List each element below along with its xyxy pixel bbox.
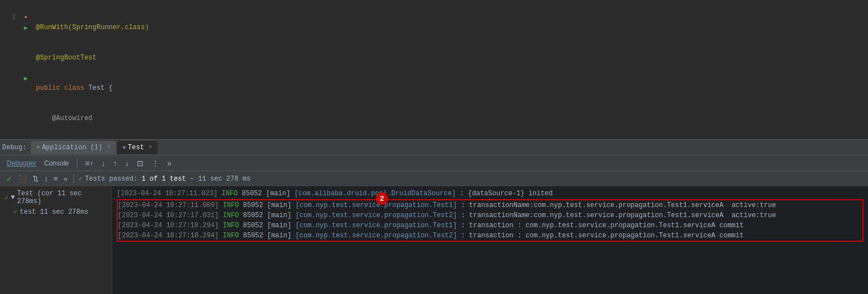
circle-num-2: 2 bbox=[376, 192, 388, 205]
stop-run-btn[interactable]: ⬛ bbox=[16, 173, 29, 184]
more-btn[interactable]: » bbox=[165, 158, 174, 169]
run-sep bbox=[73, 174, 74, 183]
test-tree-panel: ✓ ▼ Test (cor 11 sec 278ms) ✓ test 11 se… bbox=[0, 186, 112, 294]
msg-1: : {dataSource-1} inited bbox=[460, 189, 553, 199]
app-tab-icon: ● bbox=[36, 145, 39, 150]
child-label: test 11 sec 278ms bbox=[20, 208, 88, 216]
root-arrow-icon: ▼ bbox=[11, 194, 15, 201]
level-3: INFO bbox=[223, 210, 239, 220]
log-panel: [2023-04-24 10:27:11.023] INFO 85052 [ma… bbox=[112, 186, 868, 294]
extra-2: active:true bbox=[732, 200, 776, 210]
ts-5: [2023-04-24 10:27:18.294] bbox=[118, 231, 219, 241]
logger-3: [com.nyp.test.service.propagation.Test2] bbox=[296, 210, 457, 220]
debug-toolbar: Debugger Console ≡↑ ↓ ↑ ↓ ⊡ ⋮ » bbox=[0, 155, 868, 171]
logger-4: [com.nyp.test.service.propagation.Test1] bbox=[296, 220, 457, 231]
level-5: INFO bbox=[223, 231, 239, 241]
thread-2: [main] bbox=[267, 200, 291, 210]
check-icon: ✓ bbox=[79, 174, 82, 183]
tests-passed-text: Tests passed: 1 of 1 test – 11 sec 278 m… bbox=[85, 175, 251, 183]
ts-1: [2023-04-24 10:27:11.023] bbox=[117, 189, 218, 199]
move-down-btn[interactable]: ↓ bbox=[123, 158, 131, 169]
code-editor: 2 ● ▶ ▶ @RunWith(SpringRunner.class) @Sp… bbox=[0, 0, 868, 139]
gutter: ● ▶ ▶ bbox=[20, 0, 31, 139]
line-numbers: 2 bbox=[0, 0, 20, 139]
tab-test[interactable]: ◆ Test × bbox=[117, 141, 158, 154]
test-tab-icon: ◆ bbox=[123, 144, 126, 150]
msg-3: : transactionName:com.nyp.test.service.p… bbox=[461, 210, 723, 220]
ts-4: [2023-04-24 10:27:18.294] bbox=[118, 220, 219, 231]
root-check-icon: ✓ bbox=[4, 194, 8, 202]
sort2-btn[interactable]: ↕ bbox=[43, 173, 50, 184]
settings-btn[interactable]: ⋮ bbox=[149, 158, 161, 169]
app-tab-label: Application (1) bbox=[42, 144, 103, 151]
code-content: @RunWith(SpringRunner.class) @SpringBoot… bbox=[31, 0, 868, 139]
debug-label: Debug: bbox=[2, 144, 26, 151]
console-btn[interactable]: Console bbox=[42, 158, 71, 168]
expand-btn[interactable]: » bbox=[62, 173, 69, 184]
test-tab-close[interactable]: × bbox=[149, 144, 152, 150]
test-tab-label: Test bbox=[128, 144, 144, 151]
tab-application[interactable]: ● Application (1) × bbox=[31, 141, 116, 154]
msg-5: : transaction : com.nyp.test.service.pro… bbox=[461, 231, 744, 241]
stop-btn[interactable]: ⊡ bbox=[135, 158, 146, 169]
sort-btn[interactable]: ⇅ bbox=[31, 173, 40, 184]
ts-2: [2023-04-24 10:27:11.089] bbox=[118, 200, 219, 210]
debugger-btn[interactable]: Debugger bbox=[4, 158, 39, 168]
msg-2: : transactionName:com.nyp.test.service.p… bbox=[461, 200, 723, 210]
thread-1: [main] bbox=[266, 189, 290, 199]
level-2: INFO bbox=[223, 200, 239, 210]
thread-3: [main] bbox=[267, 210, 291, 220]
extra-3: active:true bbox=[732, 210, 776, 220]
root-label: Test (cor 11 sec 278ms) bbox=[17, 190, 107, 205]
app-tab-close[interactable]: × bbox=[107, 144, 110, 150]
test-tree-child[interactable]: ✓ test 11 sec 278ms bbox=[0, 206, 112, 217]
msg-4: : transaction : com.nyp.test.service.pro… bbox=[461, 220, 744, 231]
tab-bar: Debug: ● Application (1) × ◆ Test × bbox=[0, 139, 868, 155]
logger-5: [com.nyp.test.service.propagation.Test2] bbox=[296, 231, 457, 241]
move-up-btn[interactable]: ↑ bbox=[111, 158, 119, 169]
bottom-area: Debugger Console ≡↑ ↓ ↑ ↓ ⊡ ⋮ » ✓ ⬛ ⇅ ↕ … bbox=[0, 155, 868, 294]
toolbar-sep-1 bbox=[77, 159, 77, 168]
thread-5: [main] bbox=[267, 231, 291, 241]
child-check-icon: ✓ bbox=[13, 208, 17, 216]
check-btn[interactable]: ✓ bbox=[4, 173, 14, 184]
scroll-down-btn[interactable]: ↓ bbox=[99, 158, 108, 169]
filter-btn[interactable]: ≡ bbox=[52, 173, 60, 184]
level-4: INFO bbox=[223, 220, 239, 231]
log-line-2: [2023-04-24 10:27:11.089] INFO 85052 [ma… bbox=[118, 200, 862, 210]
log-line-5: [2023-04-24 10:27:18.294] INFO 85052 [ma… bbox=[118, 231, 862, 241]
logger-1: [com.alibaba.druid.pool.DruidDataSource] bbox=[294, 189, 456, 199]
ts-3: [2023-04-24 10:27:17.031] bbox=[118, 210, 219, 220]
run-toolbar: ✓ ⬛ ⇅ ↕ ≡ » ✓ Tests passed: 1 of 1 test … bbox=[0, 171, 868, 186]
test-tree-root[interactable]: ✓ ▼ Test (cor 11 sec 278ms) bbox=[0, 189, 112, 206]
console-content: ✓ ▼ Test (cor 11 sec 278ms) ✓ test 11 se… bbox=[0, 186, 868, 294]
log-line-1: [2023-04-24 10:27:11.023] INFO 85052 [ma… bbox=[117, 189, 864, 199]
log-line-4: [2023-04-24 10:27:18.294] INFO 85052 [ma… bbox=[118, 220, 862, 231]
log-line-3: [2023-04-24 10:27:17.031] INFO 85052 [ma… bbox=[118, 210, 862, 220]
highlighted-log-block: 2 [2023-04-24 10:27:11.089] INFO 85052 [… bbox=[117, 199, 864, 242]
scroll-up-btn[interactable]: ≡↑ bbox=[83, 158, 96, 169]
level-1: INFO bbox=[221, 189, 238, 199]
thread-4: [main] bbox=[267, 220, 291, 231]
